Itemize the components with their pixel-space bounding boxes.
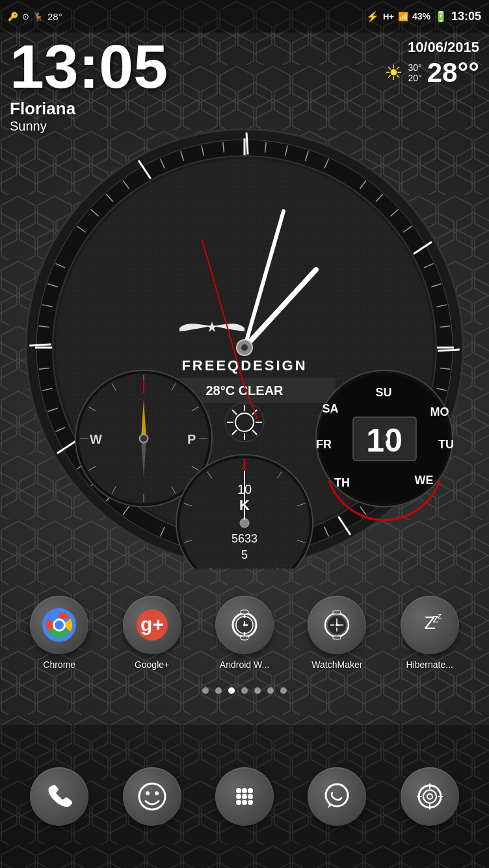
battery-icon: 🔋 bbox=[434, 10, 447, 23]
nav-camera[interactable] bbox=[401, 767, 459, 826]
svg-text:z: z bbox=[438, 611, 442, 620]
svg-point-177 bbox=[248, 800, 253, 805]
top-right-info: 10/06/2015 ☀ 30° 20° 28°° bbox=[384, 39, 479, 86]
hibernate-icon-circle[interactable]: Z z z bbox=[401, 596, 459, 654]
svg-text:TH: TH bbox=[334, 476, 350, 489]
wear-label: Android W... bbox=[220, 659, 269, 670]
svg-text:P: P bbox=[187, 432, 196, 446]
svg-text:FR: FR bbox=[316, 438, 332, 451]
gplus-label: Google+ bbox=[135, 659, 169, 670]
svg-rect-162 bbox=[333, 636, 341, 639]
analog-clock: FREEQDESIGN 28°C CLEAR W P bbox=[23, 127, 466, 568]
svg-point-166 bbox=[139, 784, 165, 810]
app-google-plus[interactable]: g+ Google+ bbox=[123, 596, 181, 670]
whatsapp-icon bbox=[321, 780, 353, 813]
svg-point-179 bbox=[419, 785, 441, 808]
app-dock: Chrome g+ Google+ Android bbox=[0, 586, 489, 680]
date-display: 10/06/2015 bbox=[384, 39, 479, 56]
svg-point-170 bbox=[242, 788, 247, 793]
svg-point-136 bbox=[140, 435, 147, 442]
location-name: Floriana bbox=[10, 99, 168, 119]
app-hibernate[interactable]: Z z z Hibernate... bbox=[401, 596, 459, 670]
temp-low: 20° bbox=[408, 73, 422, 83]
svg-text:SU: SU bbox=[375, 386, 391, 399]
svg-text:TU: TU bbox=[438, 438, 454, 451]
phone-icon bbox=[43, 780, 75, 813]
page-dot-6[interactable] bbox=[267, 687, 274, 694]
chrome-icon bbox=[41, 607, 77, 643]
svg-point-151 bbox=[243, 624, 246, 626]
status-right-icons: ⚡ H+ 📶 43% 🔋 13:05 bbox=[366, 10, 481, 23]
svg-point-172 bbox=[236, 794, 241, 799]
svg-point-167 bbox=[146, 791, 150, 795]
location-info: Floriana Sunny bbox=[10, 99, 168, 134]
nav-whatsapp[interactable] bbox=[308, 767, 366, 826]
animal-icon: 🦌 bbox=[33, 12, 44, 21]
main-clock-area: 13:05 Floriana Sunny bbox=[10, 36, 168, 134]
crosshair-icon: ⊙ bbox=[22, 12, 29, 21]
svg-text:SA: SA bbox=[322, 402, 338, 415]
page-dot-7[interactable] bbox=[280, 687, 287, 694]
svg-point-176 bbox=[242, 800, 247, 805]
page-dot-1[interactable] bbox=[202, 687, 209, 694]
watchmaker-icon-circle[interactable] bbox=[308, 596, 366, 654]
svg-point-180 bbox=[423, 790, 436, 803]
weather-right: ☀ 30° 20° 28°° bbox=[384, 59, 479, 86]
svg-text:FREEQDESIGN: FREEQDESIGN bbox=[181, 357, 307, 374]
nav-phone[interactable] bbox=[30, 767, 88, 826]
page-dot-5[interactable] bbox=[254, 687, 261, 694]
page-dot-3[interactable] bbox=[228, 687, 235, 694]
svg-point-160 bbox=[336, 624, 338, 626]
bottom-nav bbox=[0, 725, 489, 868]
svg-rect-147 bbox=[241, 610, 248, 614]
gplus-icon: g+ bbox=[135, 608, 169, 642]
temp-current: 28°° bbox=[427, 59, 479, 86]
hp-icon: H+ bbox=[383, 12, 394, 21]
camera-icon bbox=[414, 780, 446, 813]
svg-point-175 bbox=[236, 800, 241, 805]
svg-point-171 bbox=[248, 788, 253, 793]
battery-percent: 43% bbox=[412, 11, 430, 21]
app-chrome[interactable]: Chrome bbox=[30, 596, 88, 670]
weather-description: Sunny bbox=[10, 119, 168, 134]
hibernate-label: Hibernate... bbox=[406, 659, 453, 670]
page-dot-2[interactable] bbox=[215, 687, 222, 694]
svg-point-135 bbox=[241, 344, 248, 351]
svg-point-174 bbox=[248, 794, 253, 799]
app-android-wear[interactable]: Android W... bbox=[215, 596, 274, 670]
svg-text:5633: 5633 bbox=[231, 532, 258, 545]
svg-rect-148 bbox=[241, 636, 248, 640]
svg-point-181 bbox=[427, 794, 432, 799]
page-indicators bbox=[0, 687, 489, 694]
watchmaker-icon bbox=[320, 608, 354, 642]
grid-icon bbox=[228, 780, 261, 813]
gplus-icon-circle[interactable]: g+ bbox=[123, 596, 181, 654]
page-dot-4[interactable] bbox=[241, 687, 248, 694]
svg-point-137 bbox=[381, 435, 388, 442]
nav-apps-grid[interactable] bbox=[215, 767, 274, 826]
main-time-display: 13:05 bbox=[10, 36, 168, 97]
chrome-label: Chrome bbox=[43, 659, 75, 670]
svg-point-169 bbox=[236, 788, 241, 793]
bluetooth-icon: ⚡ bbox=[366, 10, 379, 23]
svg-text:MO: MO bbox=[430, 405, 449, 418]
svg-point-140 bbox=[55, 620, 64, 630]
wear-icon-circle[interactable] bbox=[215, 596, 274, 654]
analog-clock-container: FREEQDESIGN 28°C CLEAR W P bbox=[23, 127, 466, 568]
status-bar: 🔑 ⊙ 🦌 28° ⚡ H+ 📶 43% 🔋 13:05 bbox=[0, 0, 489, 32]
sun-icon: ☀ bbox=[384, 60, 403, 85]
svg-text:5: 5 bbox=[241, 548, 248, 561]
temp-high: 30° bbox=[408, 62, 422, 73]
app-watchmaker[interactable]: WatchMaker bbox=[308, 596, 366, 670]
svg-point-128 bbox=[240, 518, 249, 528]
wear-icon bbox=[228, 608, 261, 642]
svg-text:WE: WE bbox=[415, 474, 434, 487]
temp-range: 30° 20° bbox=[408, 62, 422, 83]
svg-rect-161 bbox=[333, 611, 341, 614]
nav-smiley[interactable] bbox=[123, 767, 181, 826]
key-icon: 🔑 bbox=[8, 12, 18, 21]
status-left-icons: 🔑 ⊙ 🦌 28° bbox=[8, 11, 62, 22]
svg-text:W: W bbox=[90, 432, 102, 446]
watchmaker-label: WatchMaker bbox=[311, 659, 362, 670]
chrome-icon-circle[interactable] bbox=[30, 596, 88, 654]
